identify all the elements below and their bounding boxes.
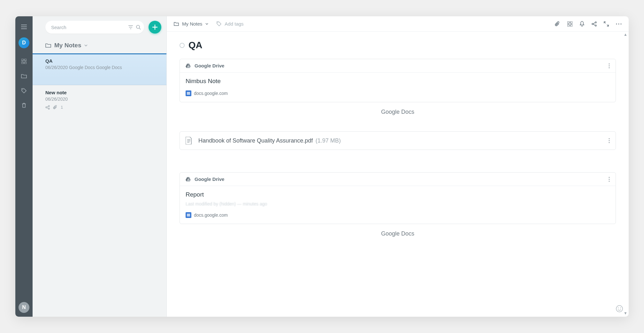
content-area: My Notes Add tags xyxy=(167,16,629,317)
file-icon xyxy=(186,137,192,144)
note-list: QA 06/26/2020 Google Docs Google Docs Ne… xyxy=(33,53,166,317)
apps-icon[interactable] xyxy=(567,21,572,27)
note-title: QA xyxy=(45,58,161,64)
note-badges: 1 xyxy=(45,105,161,110)
note-item-qa[interactable]: QA 06/26/2020 Google Docs Google Docs xyxy=(33,53,166,85)
attachment-count: 1 xyxy=(61,105,63,110)
toolbar-actions xyxy=(555,21,622,27)
grid-icon[interactable] xyxy=(19,56,29,67)
workspace-avatar[interactable]: N xyxy=(19,302,29,313)
panel-top xyxy=(33,16,166,38)
embed-caption-1: Google Docs xyxy=(180,109,616,115)
tag-icon[interactable] xyxy=(19,85,29,96)
attachment-size: (1.97 MB) xyxy=(316,137,341,144)
svg-point-17 xyxy=(616,23,617,24)
svg-point-5 xyxy=(136,25,140,28)
svg-point-29 xyxy=(616,306,623,312)
notes-panel: My Notes QA 06/26/2020 Google Docs Googl… xyxy=(33,16,167,317)
card-head: Google Drive xyxy=(180,173,616,186)
card-more-icon[interactable] xyxy=(609,177,610,182)
card-more-icon[interactable] xyxy=(609,63,610,68)
svg-point-7 xyxy=(48,105,50,107)
embed-card-drive-1: Google Drive Nimbus Note docs.google.com xyxy=(180,59,616,102)
embed-card-drive-2: Google Drive Report Last modified by (hi… xyxy=(180,172,616,224)
left-rail: D N xyxy=(15,16,33,317)
note-meta: 06/26/2020 xyxy=(45,97,161,102)
scroll-down-arrow[interactable]: ▼ xyxy=(624,311,627,315)
card-source-label: Google Drive xyxy=(195,176,224,182)
attachment-name: Handbook of Software Quality Assurance.p… xyxy=(198,137,313,144)
svg-point-22 xyxy=(609,67,610,68)
svg-rect-2 xyxy=(21,62,23,64)
folder-label: My Notes xyxy=(54,42,81,49)
hamburger-icon[interactable] xyxy=(19,21,29,32)
doc-link[interactable]: docs.google.com xyxy=(186,212,610,218)
svg-point-14 xyxy=(592,23,593,25)
svg-point-20 xyxy=(609,63,610,64)
note-title-row: QA xyxy=(180,40,616,50)
doc-link[interactable]: docs.google.com xyxy=(186,90,610,96)
add-tags[interactable]: Add tags xyxy=(217,21,243,27)
svg-point-24 xyxy=(609,140,610,141)
svg-point-26 xyxy=(609,177,610,178)
search-actions xyxy=(128,25,141,30)
card-body[interactable]: Nimbus Note docs.google.com xyxy=(180,73,616,102)
expand-icon[interactable] xyxy=(604,21,609,27)
share-icon xyxy=(45,105,50,110)
chevron-down-icon xyxy=(84,44,88,46)
google-docs-icon xyxy=(186,212,191,218)
note-toolbar: My Notes Add tags xyxy=(167,16,629,32)
share-icon[interactable] xyxy=(592,21,597,27)
trash-icon[interactable] xyxy=(19,100,29,111)
bell-icon[interactable] xyxy=(579,21,585,27)
note-date: 06/26/2020 xyxy=(45,65,68,70)
note-preview: Google Docs Google Docs xyxy=(69,65,122,70)
svg-point-21 xyxy=(609,65,610,66)
svg-point-9 xyxy=(218,22,218,23)
svg-point-30 xyxy=(618,307,618,308)
folder-icon[interactable] xyxy=(19,71,29,81)
svg-rect-12 xyxy=(567,25,569,27)
user-avatar[interactable]: D xyxy=(19,37,29,48)
attachment-more-icon[interactable] xyxy=(609,138,610,143)
embed-caption-2: Google Docs xyxy=(180,230,616,237)
chevron-down-icon xyxy=(205,23,208,25)
note-item-newnote[interactable]: New note 06/26/2020 1 xyxy=(33,85,166,114)
search-wrap xyxy=(45,21,144,34)
google-drive-icon xyxy=(186,64,191,68)
scroll-area[interactable]: QA Google Drive Nimbus Note xyxy=(167,32,629,317)
attachment-row[interactable]: Handbook of Software Quality Assurance.p… xyxy=(180,131,616,150)
card-body[interactable]: Report Last modified by (hidden) — minut… xyxy=(180,186,616,224)
emoji-picker-icon[interactable] xyxy=(616,305,623,312)
note-title: New note xyxy=(45,90,161,95)
doc-title: Report xyxy=(186,191,610,198)
svg-point-8 xyxy=(48,108,50,109)
svg-point-6 xyxy=(46,107,47,108)
folder-icon xyxy=(174,22,179,26)
svg-point-25 xyxy=(609,142,610,143)
note-title-text[interactable]: QA xyxy=(188,40,203,50)
attachment-icon[interactable] xyxy=(555,21,560,27)
svg-point-18 xyxy=(618,23,619,24)
more-icon[interactable] xyxy=(616,23,622,25)
doc-host: docs.google.com xyxy=(194,91,228,96)
svg-rect-1 xyxy=(25,59,27,61)
svg-rect-3 xyxy=(25,62,27,64)
breadcrumb-label: My Notes xyxy=(182,21,202,27)
svg-rect-10 xyxy=(567,21,569,23)
breadcrumb[interactable]: My Notes xyxy=(174,21,208,27)
svg-rect-0 xyxy=(21,59,23,61)
new-note-button[interactable] xyxy=(149,21,161,34)
card-head: Google Drive xyxy=(180,59,616,73)
google-drive-icon xyxy=(186,177,191,182)
panel-folder-header[interactable]: My Notes xyxy=(33,38,166,53)
svg-point-28 xyxy=(609,181,610,182)
svg-point-15 xyxy=(595,22,596,23)
svg-point-31 xyxy=(620,307,621,308)
add-tags-label: Add tags xyxy=(225,21,243,27)
svg-rect-11 xyxy=(571,21,572,23)
svg-point-4 xyxy=(22,89,23,90)
status-dot[interactable] xyxy=(180,43,185,48)
search-icon[interactable] xyxy=(136,25,141,30)
filter-icon[interactable] xyxy=(128,25,133,30)
